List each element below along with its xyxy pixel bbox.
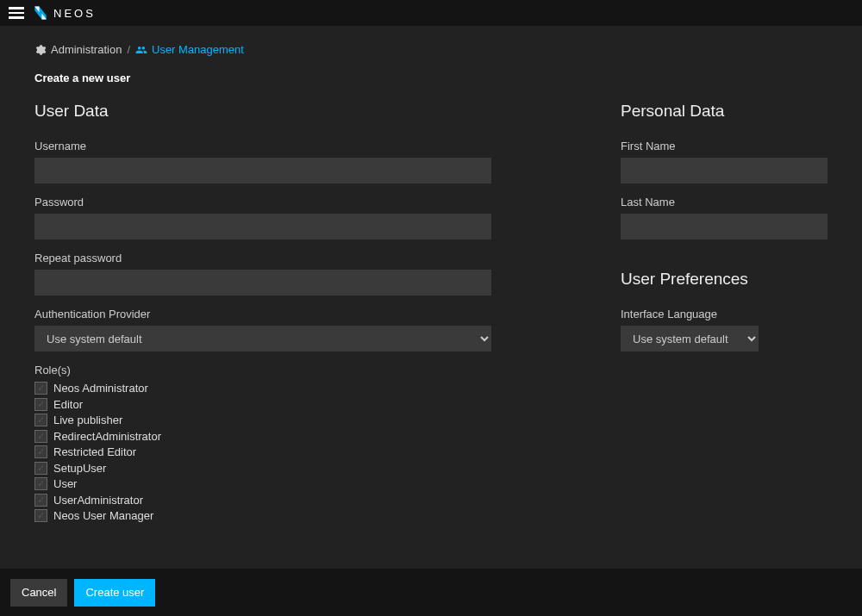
username-label: Username <box>34 140 491 152</box>
section-title-personal-data: Personal Data <box>621 102 828 121</box>
role-item[interactable]: SetupUser <box>34 462 491 475</box>
lastname-input[interactable] <box>621 214 828 240</box>
repeat-password-input[interactable] <box>34 270 491 296</box>
main-content: Administration / User Management Create … <box>0 26 862 569</box>
username-input[interactable] <box>34 158 491 184</box>
roles-list: Neos AdministratorEditorLive publisherRe… <box>34 382 491 522</box>
breadcrumb-administration[interactable]: Administration <box>34 43 122 56</box>
hamburger-icon[interactable] <box>9 7 24 19</box>
page-subtitle: Create a new user <box>34 72 828 84</box>
role-item[interactable]: Live publisher <box>34 414 491 426</box>
role-label: SetupUser <box>53 462 106 475</box>
gears-icon <box>34 44 47 56</box>
role-label: Neos User Manager <box>53 509 153 522</box>
role-item[interactable]: Neos User Manager <box>34 509 491 522</box>
role-checkbox[interactable] <box>34 445 47 458</box>
neos-logo-icon <box>33 5 48 21</box>
role-item[interactable]: User <box>34 477 491 490</box>
topbar: NEOS <box>0 0 862 26</box>
role-label: Live publisher <box>53 414 122 426</box>
brand-text: NEOS <box>53 7 96 20</box>
role-item[interactable]: Restricted Editor <box>34 445 491 458</box>
users-icon <box>135 44 147 56</box>
breadcrumb-separator: / <box>127 43 130 56</box>
role-checkbox[interactable] <box>34 414 47 426</box>
role-label: Restricted Editor <box>53 445 136 458</box>
role-checkbox[interactable] <box>34 462 47 475</box>
cancel-button[interactable]: Cancel <box>10 579 67 607</box>
password-label: Password <box>34 196 491 208</box>
role-item[interactable]: Editor <box>34 398 491 411</box>
section-title-user-data: User Data <box>34 102 491 121</box>
footer-actions: Cancel Create user <box>0 569 862 616</box>
auth-provider-label: Authentication Provider <box>34 308 491 320</box>
role-checkbox[interactable] <box>34 494 47 507</box>
language-select[interactable]: Use system default <box>621 326 759 352</box>
role-checkbox[interactable] <box>34 430 47 443</box>
role-label: Neos Administrator <box>53 382 148 395</box>
logo[interactable]: NEOS <box>33 5 96 21</box>
role-label: UserAdministrator <box>53 494 143 507</box>
role-label: User <box>53 477 77 490</box>
breadcrumb-user-management[interactable]: User Management <box>135 43 244 56</box>
breadcrumb-user-management-label: User Management <box>152 43 244 56</box>
role-label: RedirectAdministrator <box>53 430 161 443</box>
repeat-password-label: Repeat password <box>34 252 491 264</box>
firstname-label: First Name <box>621 140 828 152</box>
role-label: Editor <box>53 398 83 411</box>
role-item[interactable]: UserAdministrator <box>34 494 491 507</box>
role-item[interactable]: Neos Administrator <box>34 382 491 395</box>
section-title-user-preferences: User Preferences <box>621 270 828 289</box>
roles-label: Role(s) <box>34 364 491 376</box>
role-item[interactable]: RedirectAdministrator <box>34 430 491 443</box>
auth-provider-select[interactable]: Use system default <box>34 326 491 352</box>
language-label: Interface Language <box>621 308 828 320</box>
role-checkbox[interactable] <box>34 477 47 490</box>
firstname-input[interactable] <box>621 158 828 184</box>
role-checkbox[interactable] <box>34 382 47 395</box>
lastname-label: Last Name <box>621 196 828 208</box>
role-checkbox[interactable] <box>34 398 47 411</box>
create-user-button[interactable]: Create user <box>74 579 155 607</box>
breadcrumb: Administration / User Management <box>34 43 828 56</box>
password-input[interactable] <box>34 214 491 240</box>
breadcrumb-administration-label: Administration <box>51 43 122 56</box>
role-checkbox[interactable] <box>34 509 47 522</box>
